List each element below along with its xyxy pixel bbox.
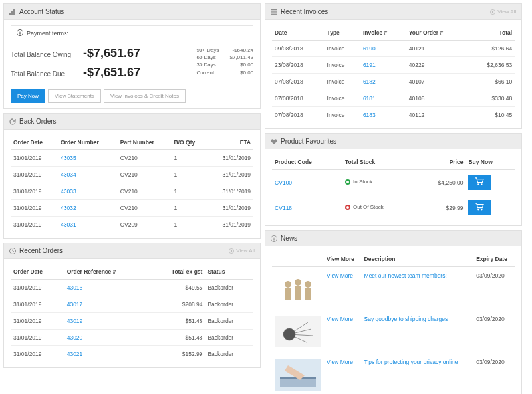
aging-summary: 90+ Days-$640.24 60 Days-$7,011.43 30 Da… [196,47,253,85]
stock-badge: Out Of Stock [345,204,384,210]
product-code-link[interactable]: CV100 [275,179,292,186]
col-invoice-num: Invoice # [360,25,406,41]
table-row: 31/01/201943016$49.55Backorder [11,280,253,296]
product-code-link[interactable]: CV118 [275,205,292,211]
cell-total: $2,636.53 [467,57,515,74]
table-row: 07/08/2018Invoice618140108$330.48 [272,90,515,107]
col-view-more: View More [324,252,361,267]
order-number-link[interactable]: 43034 [61,171,76,178]
cell-date: 31/01/2019 [11,313,65,330]
svg-point-14 [478,183,479,185]
recent-invoices-view-all[interactable]: View All [490,9,516,15]
news-thumbnail [275,316,321,347]
svg-point-8 [231,250,232,251]
order-ref-link[interactable]: 43016 [67,284,83,291]
order-number-link[interactable]: 43033 [61,188,76,195]
clock-icon [9,248,16,254]
news-view-more-link[interactable]: View More [327,359,353,365]
add-to-cart-button[interactable] [468,200,491,215]
stock-dot-icon [345,179,350,185]
svg-rect-9 [271,9,277,10]
stock-dot-icon [345,205,350,210]
table-row: 31/01/201943017$208.94Backorder [11,296,253,313]
view-statements-button[interactable]: View Statements [48,89,101,103]
cell-status: Backorder [205,280,253,296]
aging-label: Current [196,69,214,76]
invoice-link[interactable]: 6182 [363,78,376,85]
news-thumbnail [275,359,321,391]
col-total-stock: Total Stock [342,155,415,170]
news-description-link[interactable]: Meet our newest team members! [364,272,447,279]
table-row: 09/08/2018Invoice619040121$126.64 [272,41,515,57]
cell-total: $51.48 [149,313,205,330]
invoice-link[interactable]: 6183 [363,112,376,118]
col-eta: ETA [207,135,253,150]
invoice-link[interactable]: 6191 [363,62,376,68]
recent-orders-view-all[interactable]: View All [229,248,255,254]
aging-label: 90+ Days [196,47,219,54]
cell-date: 31/01/2019 [11,150,58,167]
balance-owing-label: Total Balance Owing [11,51,74,58]
refresh-icon [9,118,16,125]
order-number-link[interactable]: 43032 [61,205,76,211]
order-ref-link[interactable]: 43021 [67,351,83,357]
pay-now-button[interactable]: Pay Now [11,89,45,103]
order-number-link[interactable]: 43031 [61,221,76,228]
invoice-link[interactable]: 6190 [363,45,376,52]
svg-point-15 [481,183,483,185]
cell-date: 23/08/2018 [272,57,325,74]
cell-total: $49.55 [149,280,205,296]
view-invoices-credit-button[interactable]: View Invoices & Credit Notes [104,89,186,103]
recent-invoices-table: Date Type Invoice # Your Order # Total 0… [272,25,515,123]
table-row: 31/01/201943033CV210131/01/2019 [11,183,253,200]
order-ref-link[interactable]: 43019 [67,318,83,324]
cell-type: Invoice [325,107,360,124]
cell-qty: 1 [172,167,207,183]
cell-date: 07/08/2018 [272,90,325,107]
cell-qty: 1 [172,150,207,167]
cell-price: $29.99 [415,195,466,221]
invoice-link[interactable]: 6181 [363,95,376,102]
account-status-panel: Account Status Payment terms: Total Bala… [3,3,261,109]
svg-point-22 [285,281,291,288]
cell-eta: 31/01/2019 [207,150,253,167]
col-price: Price [415,155,466,170]
col-expiry: Expiry Date [473,252,515,267]
cell-total: $66.10 [467,74,515,90]
recent-invoices-header: Recent Invoices View All [265,4,521,20]
table-row: CV100In Stock$4,250.00 [272,170,515,195]
aging-value: $0.00 [240,61,253,68]
recent-invoices-panel: Recent Invoices View All Date Type Invoi… [265,3,522,129]
cell-eta: 31/01/2019 [207,217,253,233]
order-ref-link[interactable]: 43020 [67,334,83,341]
add-to-cart-button[interactable] [468,175,491,190]
payment-terms-row: Payment terms: [11,25,253,41]
table-row: 31/01/201943020$51.48Backorder [11,330,253,346]
aging-label: 60 Days [196,54,215,61]
cell-part: CV210 [118,150,172,167]
cell-date: 09/08/2018 [272,41,325,57]
table-row: 07/08/2018Invoice618340112$10.45 [272,107,515,124]
back-orders-panel: Back Orders Order Date Order Number Part… [3,113,261,239]
cell-expiry: 03/09/2020 [473,267,515,310]
table-row: View MoreSay goodbye to shipping charges… [272,310,515,353]
svg-point-23 [295,279,301,286]
order-number-link[interactable]: 43035 [61,155,76,161]
cell-total: $152.99 [149,346,205,363]
bar-chart-icon [9,9,16,15]
balance-due-value: -$7,651.67 [83,66,140,80]
col-bo-qty: B/O Qty [172,135,207,150]
heart-icon [271,138,277,145]
cell-date: 31/01/2019 [11,167,58,183]
news-description-link[interactable]: Tips for protecting your privacy online [364,359,458,365]
cell-order: 40108 [406,90,467,107]
news-description-link[interactable]: Say goodbye to shipping charges [364,316,448,322]
order-ref-link[interactable]: 43017 [67,301,83,308]
news-view-more-link[interactable]: View More [327,272,353,279]
back-orders-table: Order Date Order Number Part Number B/O … [11,135,253,233]
cell-date: 31/01/2019 [11,296,65,313]
svg-point-16 [478,209,479,210]
table-row: View MoreMeet our newest team members!03… [272,267,515,310]
table-row: 07/08/2018Invoice618240107$66.10 [272,74,515,90]
news-view-more-link[interactable]: View More [327,316,353,322]
